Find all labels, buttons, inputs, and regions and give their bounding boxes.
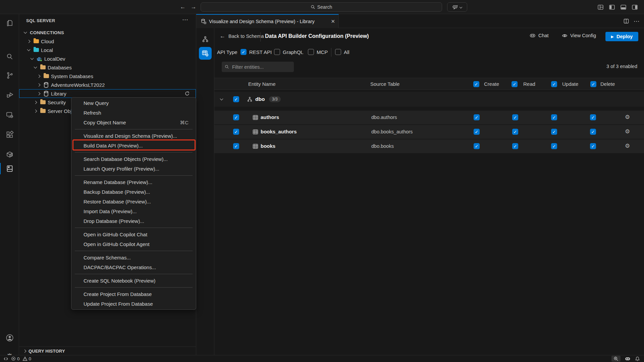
menu-item-import-data[interactable]: Import Data (Preview)... <box>71 206 196 216</box>
menu-item-copy-object-name[interactable]: Copy Object Name⌘C <box>71 118 196 127</box>
refresh-icon[interactable] <box>184 91 190 96</box>
read-all-checkbox[interactable] <box>512 81 518 87</box>
menu-item-create-project-from-db[interactable]: Create Project From Database <box>71 289 196 299</box>
menu-item-open-copilot-agent[interactable]: Open in GitHub Copilot Agent <box>71 239 196 249</box>
search-view-icon[interactable] <box>0 49 19 64</box>
row-enable-checkbox[interactable] <box>233 129 239 135</box>
tree-item-connections[interactable]: CONNECTIONS <box>19 28 196 37</box>
menu-item-rename-database[interactable]: Rename Database (Preview)... <box>71 177 196 187</box>
delete-checkbox[interactable] <box>590 129 596 135</box>
chevron-right-icon <box>36 91 41 96</box>
row-settings-gear-icon[interactable]: ⚙ <box>625 128 630 135</box>
delete-checkbox[interactable] <box>590 143 596 149</box>
remote-explorer-icon[interactable] <box>0 108 19 122</box>
menu-item-update-project-from-db[interactable]: Update Project From Database <box>71 299 196 309</box>
read-checkbox[interactable] <box>512 143 518 149</box>
account-icon[interactable] <box>0 330 19 345</box>
sql-database-view-icon[interactable] <box>0 161 19 176</box>
remote-indicator-icon[interactable] <box>3 357 8 361</box>
tab-visualize-design-schema[interactable]: Visualize and Design Schema (Preview) - … <box>196 14 339 28</box>
tree-item-local[interactable]: Local <box>19 46 196 54</box>
chat-button[interactable]: Chat <box>530 33 549 38</box>
menu-item-build-data-api[interactable]: Build Data API (Preview)... <box>71 141 196 150</box>
menu-item-refresh[interactable]: Refresh <box>71 108 196 118</box>
menu-item-compare-schemas[interactable]: Compare Schemas... <box>71 253 196 262</box>
menu-item-search-database-objects[interactable]: Search Database Objects (Preview)... <box>71 154 196 164</box>
update-checkbox[interactable] <box>551 114 557 120</box>
delete-checkbox[interactable] <box>590 114 596 120</box>
menu-item-dacpac-bacpac[interactable]: DACPAC/BACPAC Operations... <box>71 262 196 272</box>
entity-row-authors[interactable]: authors dbo.authors ⚙ <box>214 111 644 124</box>
read-checkbox[interactable] <box>512 114 518 120</box>
menu-item-drop-database[interactable]: Drop Database (Preview)... <box>71 216 196 226</box>
forward-arrow-icon[interactable]: → <box>189 3 198 11</box>
copilot-status-icon[interactable] <box>625 356 631 361</box>
toggle-panel-icon[interactable] <box>619 3 627 11</box>
deploy-button[interactable]: ▶ Deploy <box>605 32 638 41</box>
create-all-checkbox[interactable] <box>473 81 479 87</box>
rest-api-checkbox[interactable] <box>240 49 247 55</box>
command-center-search[interactable]: Search <box>201 2 442 12</box>
warnings-indicator[interactable]: 0 <box>22 356 32 361</box>
menu-item-new-query[interactable]: New Query <box>71 98 196 108</box>
graphql-checkbox[interactable] <box>274 49 280 55</box>
layout-customize-icon[interactable] <box>596 3 604 11</box>
errors-indicator[interactable]: 0 <box>11 356 20 361</box>
update-checkbox[interactable] <box>551 143 557 149</box>
schema-diagram-icon[interactable] <box>199 33 212 46</box>
source-control-icon[interactable] <box>0 68 19 83</box>
create-checkbox[interactable] <box>474 129 480 135</box>
editor-more-actions-icon[interactable]: ⋯ <box>634 18 639 25</box>
delete-all-checkbox[interactable] <box>590 81 596 87</box>
menu-item-launch-query-profiler[interactable]: Launch Query Profiler (Preview)... <box>71 164 196 174</box>
back-arrow-icon[interactable]: ← <box>178 3 187 11</box>
mcp-checkbox[interactable] <box>308 49 314 55</box>
menu-item-restore-database[interactable]: Restore Database (Preview)... <box>71 197 196 206</box>
toggle-secondary-sidebar-icon[interactable] <box>631 3 639 11</box>
update-all-checkbox[interactable] <box>551 81 557 87</box>
containers-icon[interactable] <box>0 147 19 162</box>
menu-item-open-copilot-chat[interactable]: Open in GitHub Copilot Chat <box>71 230 196 239</box>
filter-entities-input[interactable] <box>231 64 285 70</box>
view-config-button[interactable]: View Config <box>562 33 596 38</box>
chevron-right-icon <box>36 82 41 87</box>
sidebar-more-actions-icon[interactable]: ⋯ <box>182 16 189 23</box>
create-checkbox[interactable] <box>474 143 480 149</box>
menu-item-visualize-design-schema[interactable]: Visualize and Design Schema (Preview)... <box>71 131 196 141</box>
toggle-primary-sidebar-icon[interactable] <box>608 3 616 11</box>
close-icon[interactable]: ✕ <box>331 18 335 24</box>
extensions-icon[interactable] <box>0 127 19 142</box>
row-enable-checkbox[interactable] <box>233 143 239 149</box>
database-icon <box>43 91 49 97</box>
zoom-indicator[interactable] <box>611 356 621 362</box>
update-checkbox[interactable] <box>551 129 557 135</box>
explorer-icon[interactable] <box>0 16 19 31</box>
split-editor-icon[interactable] <box>624 18 629 24</box>
back-to-schema-button[interactable]: ← Back to Schema <box>220 33 264 40</box>
schema-group-row-dbo[interactable]: dbo 3/3 <box>214 92 644 107</box>
menu-item-create-sql-notebook[interactable]: Create SQL Notebook (Preview) <box>71 276 196 286</box>
create-checkbox[interactable] <box>474 114 480 120</box>
copilot-chat-button[interactable] <box>447 2 467 12</box>
row-settings-gear-icon[interactable]: ⚙ <box>625 142 630 149</box>
chevron-down-icon <box>29 56 35 61</box>
dbo-group-checkbox[interactable] <box>233 96 239 102</box>
tree-item-system-databases[interactable]: System Databases <box>19 72 196 80</box>
tree-item-localdev[interactable]: LocalDev <box>19 54 196 63</box>
read-checkbox[interactable] <box>512 129 518 135</box>
tree-item-databases[interactable]: Databases <box>19 63 196 72</box>
run-debug-icon[interactable] <box>0 87 19 102</box>
chevron-down-icon[interactable] <box>220 99 223 100</box>
notifications-bell-icon[interactable] <box>635 356 640 361</box>
all-checkbox[interactable] <box>335 49 341 55</box>
query-history-section[interactable]: QUERY HISTORY <box>19 347 196 355</box>
entity-row-books[interactable]: books dbo.books ⚙ <box>214 139 644 153</box>
tree-item-library[interactable]: Library <box>19 89 196 98</box>
tree-item-adventureworks[interactable]: AdventureWorksLT2022 <box>19 80 196 89</box>
tree-item-cloud[interactable]: Cloud <box>19 37 196 46</box>
data-api-builder-icon[interactable] <box>199 47 212 60</box>
menu-item-backup-database[interactable]: Backup Database (Preview)... <box>71 187 196 197</box>
entity-row-books-authors[interactable]: books_authors dbo.books_authors ⚙ <box>214 125 644 139</box>
row-settings-gear-icon[interactable]: ⚙ <box>625 114 630 121</box>
row-enable-checkbox[interactable] <box>233 114 239 120</box>
